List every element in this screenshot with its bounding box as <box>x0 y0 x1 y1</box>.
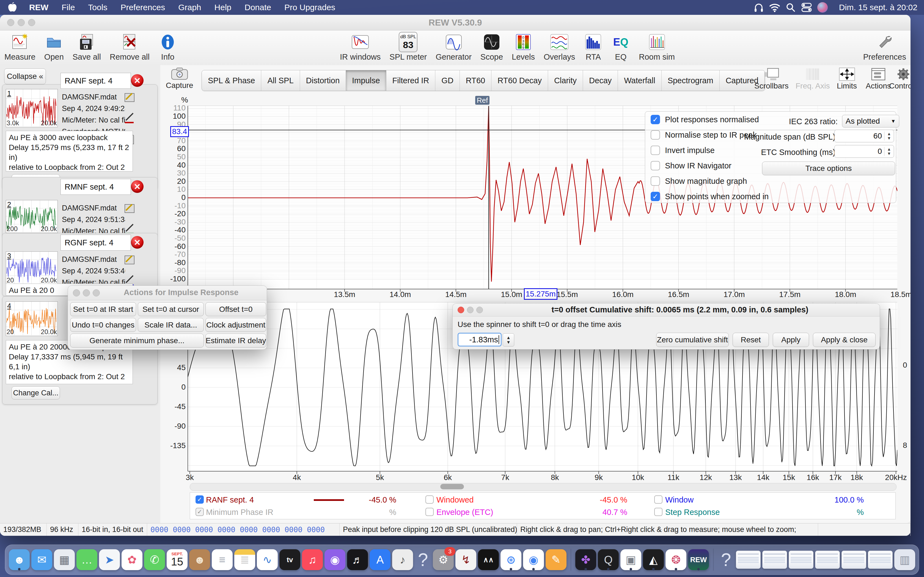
dock-item-photo-tool-app[interactable]: ▣ <box>620 549 641 570</box>
remove-measurement-icon[interactable]: ✕ <box>131 74 144 87</box>
eq-button[interactable]: EQEQ <box>607 31 635 61</box>
dock-item-trash[interactable]: ▥ <box>894 549 915 570</box>
dock-item-facetime[interactable]: ✆ <box>144 549 165 570</box>
save-all-button[interactable]: Save all <box>68 31 105 61</box>
offset-spinner[interactable]: ▲▼ <box>503 333 514 347</box>
actions-zoom-button[interactable] <box>93 289 100 297</box>
apply-button[interactable]: Apply <box>773 333 809 347</box>
checkbox-icon[interactable] <box>651 146 660 155</box>
remove-measurement-icon[interactable]: ✕ <box>131 236 144 249</box>
menu-item-donate[interactable]: Donate <box>238 3 278 12</box>
dock-item-reminders[interactable]: ≡ <box>212 549 233 570</box>
search-icon[interactable] <box>785 2 797 13</box>
checkbox-icon[interactable]: ✓ <box>651 192 660 201</box>
dock-item-system-settings[interactable]: ⚙3 <box>433 549 454 570</box>
spinner-field[interactable]: 60▲▼ <box>834 130 894 142</box>
tab-spectrogram[interactable]: Spectrogram <box>662 70 720 91</box>
checkbox-show-points-when-zoomed-in[interactable]: ✓Show points when zoomed in <box>651 192 769 201</box>
headphones-icon[interactable] <box>753 2 765 13</box>
info-button[interactable]: Info <box>154 31 181 61</box>
menu-item-graph[interactable]: Graph <box>171 3 208 12</box>
collapse-sidebar-button[interactable]: Collapse « <box>4 68 46 84</box>
menu-item-preferences[interactable]: Preferences <box>114 3 171 12</box>
menu-item-file[interactable]: File <box>55 3 81 12</box>
dock-item-midi-keyboard-app[interactable]: ♬ <box>347 549 368 570</box>
edit-save-icon[interactable] <box>124 202 136 214</box>
dock-item-ltspice[interactable]: ↯ <box>456 549 476 570</box>
dock-item-minimized-window-2[interactable] <box>762 551 787 569</box>
zero-cumulative-shift-button[interactable]: Zero cumulative shift <box>656 333 729 347</box>
spinner-arrows-icon[interactable]: ▲▼ <box>884 132 894 140</box>
dock-item-minimized-window-5[interactable] <box>842 551 866 569</box>
apply-close-button[interactable]: Apply & close <box>813 333 876 347</box>
dock-item-pages[interactable]: ✎ <box>546 549 567 570</box>
checkbox-icon[interactable] <box>651 176 660 186</box>
dock-item-launchpad[interactable]: ▦ <box>54 549 75 570</box>
dock-item-apple-tv[interactable]: tv <box>279 549 300 570</box>
dock-item-photos[interactable]: ✿ <box>121 549 142 570</box>
actions-dialog-titlebar[interactable]: Actions for Impulse Response <box>68 286 267 300</box>
dock-item-minimized-window-6[interactable] <box>868 551 893 569</box>
overlays-button[interactable]: Overlays <box>539 31 580 61</box>
dock-item-mail[interactable]: ✉ <box>31 549 52 570</box>
ir-windows-button[interactable]: IR windows <box>336 31 385 61</box>
scrollbars-button[interactable]: Scrollbars <box>754 67 788 90</box>
spinner-up-icon[interactable]: ▲ <box>506 335 510 340</box>
spinner-arrows-icon[interactable]: ▲▼ <box>884 147 894 156</box>
levels-button[interactable]: 0369Levels <box>507 31 539 61</box>
legend-trace-checkbox[interactable]: ✓ <box>195 508 204 516</box>
tab-decay[interactable]: Decay <box>583 70 618 91</box>
control-center-icon[interactable] <box>801 2 813 13</box>
preferences-button[interactable]: Preferences <box>859 31 911 61</box>
tab-waterfall[interactable]: Waterfall <box>618 70 661 91</box>
offset-minimize-button[interactable] <box>467 307 473 313</box>
measure-button[interactable]: ✷Measure <box>0 31 40 61</box>
legend-option-checkbox[interactable] <box>425 508 434 516</box>
apple-menu[interactable] <box>0 2 23 13</box>
menu-clock[interactable]: Dim. 15 sept. à 20:02 <box>832 3 918 12</box>
iec-ratio-select[interactable]: As plotted▼ <box>842 115 899 127</box>
menu-item-pro-upgrades[interactable]: Pro Upgrades <box>278 3 342 12</box>
dock-item-minimized-window-3[interactable] <box>789 551 813 569</box>
tab-filtered-ir[interactable]: Filtered IR <box>386 70 436 91</box>
dock-item-audio-wave-app[interactable]: ∿ <box>257 549 278 570</box>
dock-item-finder[interactable]: ☻ <box>9 549 30 570</box>
controls-button[interactable]: Controls <box>889 67 911 90</box>
trace-options-button[interactable]: Trace options <box>762 161 895 175</box>
scale-ir-data--button[interactable]: Scale IR data... <box>138 318 204 332</box>
measurement-notes[interactable]: Au PE à 3000 avec loopbackDelay 15,2579 … <box>6 131 133 171</box>
scrollbar-thumb[interactable] <box>440 484 464 489</box>
dock-item-audio-utility[interactable]: ♪ <box>392 549 413 570</box>
dock-item-safari[interactable]: ⊛ <box>501 549 522 570</box>
dock-item-music[interactable]: ♫ <box>302 549 323 570</box>
ref-marker[interactable]: Ref <box>475 96 489 105</box>
dock-item-missing-app-1[interactable]: ? <box>415 549 431 570</box>
capture-button[interactable]: Capture <box>166 67 193 90</box>
offset-input[interactable]: -1.83ms <box>457 333 502 347</box>
spl-meter-button[interactable]: dB SPL83SPL meter <box>385 31 431 61</box>
window-titlebar[interactable]: REW V5.30.9 <box>0 15 911 31</box>
dock-item-dark-photos-app[interactable]: ◭ <box>643 549 664 570</box>
actions-button[interactable]: Actions <box>866 67 891 90</box>
rta-button[interactable]: RTA <box>580 31 607 61</box>
graph-horizontal-scrollbar[interactable] <box>190 483 897 491</box>
estimate-ir-delay-button[interactable]: Estimate IR delay <box>205 334 266 348</box>
dock-item-notes[interactable]: ≣ <box>234 549 255 570</box>
tab-gd[interactable]: GD <box>435 70 460 91</box>
legend-option-checkbox[interactable] <box>654 508 662 516</box>
limits-button[interactable]: Limits <box>837 67 857 90</box>
menu-item-rew[interactable]: REW <box>23 3 55 12</box>
dock-item-app-store[interactable]: A <box>370 549 391 570</box>
dock-item-preview-app[interactable]: Q <box>598 549 619 570</box>
tab-all-spl[interactable]: All SPL <box>261 70 300 91</box>
measurement-name-input[interactable]: RANF sept. 4 <box>60 73 131 89</box>
checkbox-icon[interactable]: ✓ <box>651 115 660 124</box>
dock-item-contacts[interactable]: ☻ <box>189 549 210 570</box>
scope-button[interactable]: Scope <box>476 31 507 61</box>
set-t-0-at-cursor-button[interactable]: Set t=0 at cursor <box>138 302 204 316</box>
reset-button[interactable]: Reset <box>733 333 769 347</box>
legend-trace-checkbox[interactable]: ✓ <box>195 495 204 504</box>
dock-item-maps[interactable]: ➤ <box>99 549 120 570</box>
clock-adjustment-button[interactable]: Clock adjustment <box>205 318 266 332</box>
remove-all-button[interactable]: ✕Remove all <box>105 31 154 61</box>
